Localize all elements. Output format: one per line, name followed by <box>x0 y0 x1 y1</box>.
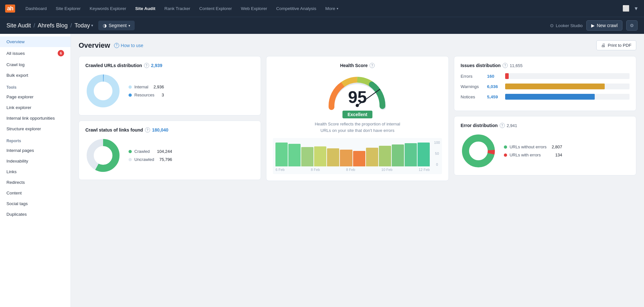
crawled-urls-info-icon[interactable]: ? <box>144 63 149 68</box>
health-bar-column <box>275 141 288 166</box>
looker-label: Looker Studio <box>556 23 582 28</box>
print-to-pdf-button[interactable]: 🖨 Print to PDF <box>596 40 636 50</box>
health-gauge: 95 <box>325 73 389 109</box>
new-crawl-button[interactable]: ▶ New crawl <box>586 20 622 31</box>
sidebar-duplicates-label: Duplicates <box>6 212 27 217</box>
error-dist-info-icon[interactable]: ? <box>500 123 505 128</box>
sidebar-item-page-explorer[interactable]: Page explorer <box>0 92 71 102</box>
sidebar-item-redirects[interactable]: Redirects <box>0 177 71 188</box>
logo[interactable]: ah <box>5 5 15 13</box>
issues-distribution-card: Issues distribution ? 11,655 Errors 160 <box>454 56 636 111</box>
sidebar-item-content[interactable]: Content <box>0 188 71 198</box>
sidebar-all-issues-label: All issues <box>6 51 25 56</box>
no-errors-value: 2,807 <box>552 144 562 149</box>
nav-content-explorer[interactable]: Content Explorer <box>195 4 235 13</box>
looker-icon: ⊙ <box>550 23 554 28</box>
issues-warnings-bar-wrap <box>505 84 630 89</box>
content-header: Overview ? How to use 🖨 Print to PDF <box>79 40 636 50</box>
nav-competitive-analysis[interactable]: Competitive Analysis <box>272 4 320 13</box>
health-score-info-icon[interactable]: ? <box>370 63 375 68</box>
health-bar-chart-area: 6 Feb 8 Feb 8 Feb 10 Feb 12 Feb 100 50 0 <box>273 138 442 174</box>
legend-resources: Resources 3 <box>129 93 164 97</box>
health-bar-column <box>353 141 365 166</box>
sidebar-item-crawl-log[interactable]: Crawl log <box>0 59 71 70</box>
sidebar-item-link-explorer[interactable]: Link explorer <box>0 102 71 113</box>
issues-notices-bar <box>505 94 595 100</box>
nav-site-explorer[interactable]: Site Explorer <box>52 4 84 13</box>
crawled-urls-donut <box>85 73 121 109</box>
health-bar <box>327 148 339 166</box>
nav-keywords-explorer[interactable]: Keywords Explorer <box>86 4 130 13</box>
sidebar-item-structure-explorer[interactable]: Structure explorer <box>0 124 71 134</box>
error-dist-donut <box>461 133 496 169</box>
sidebar-tools-title: Tools <box>0 81 71 92</box>
legend-with-errors: URLs with errors 134 <box>504 153 562 157</box>
sidebar-item-duplicates[interactable]: Duplicates <box>0 209 71 220</box>
health-bar <box>418 143 430 166</box>
sidebar-reports-title: Reports <box>0 134 71 145</box>
sidebar-item-bulk-export[interactable]: Bulk export <box>0 70 71 81</box>
error-dist-legend: URLs without errors 2,807 URLs with erro… <box>504 144 562 157</box>
breadcrumb-bar: Site Audit / Ahrefs Blog / Today ◑ Segme… <box>0 17 644 34</box>
top-navigation: ah Dashboard Site Explorer Keywords Expl… <box>0 0 644 17</box>
health-badge: Excellent <box>273 109 442 121</box>
how-to-use-link[interactable]: ? How to use <box>114 43 143 48</box>
issues-warnings-value: 6,036 <box>487 84 501 89</box>
internal-value: 2,936 <box>153 84 164 89</box>
error-dist-title-text: Error distribution <box>461 123 498 128</box>
health-badge-text: Excellent <box>342 111 372 118</box>
legend-internal: Internal 2,936 <box>129 84 164 89</box>
issues-errors-bar <box>505 73 509 79</box>
sidebar-item-internal-pages[interactable]: Internal pages <box>0 145 71 156</box>
with-errors-dot <box>504 154 507 157</box>
issues-notices-bar-wrap <box>505 94 630 100</box>
monitor-icon[interactable]: ⬜ <box>621 4 631 13</box>
error-distribution-card: Error distribution ? 2,941 <box>454 116 636 175</box>
breadcrumb-blog[interactable]: Ahrefs Blog <box>38 22 68 29</box>
crawled-urls-title-text: Crawled URLs distribution <box>85 63 142 68</box>
sidebar-item-social-tags[interactable]: Social tags <box>0 198 71 209</box>
crawl-status-title: Crawl status of links found ? 180,040 <box>85 127 254 133</box>
error-dist-title: Error distribution ? 2,941 <box>461 123 630 128</box>
nav-web-explorer[interactable]: Web Explorer <box>237 4 271 13</box>
crawled-urls-legend: Internal 2,936 Resources 3 <box>129 84 164 97</box>
health-score-title: Health Score ? <box>273 63 442 68</box>
sidebar-internal-link-opp-label: Internal link opportunities <box>6 116 55 121</box>
sidebar-crawl-log-label: Crawl log <box>6 62 24 67</box>
nav-dashboard[interactable]: Dashboard <box>22 4 51 13</box>
sidebar-item-links[interactable]: Links <box>0 166 71 177</box>
issues-dist-info-icon[interactable]: ? <box>503 63 508 68</box>
settings-button[interactable]: ⚙ <box>626 20 638 31</box>
crawled-urls-card: Crawled URLs distribution ? 2,939 Int <box>79 56 261 115</box>
crawl-status-info-icon[interactable]: ? <box>145 127 150 133</box>
breadcrumb-site-audit[interactable]: Site Audit <box>6 22 31 29</box>
sidebar-item-internal-link-opp[interactable]: Internal link opportunities <box>0 113 71 124</box>
sidebar-indexability-label: Indexability <box>6 159 28 163</box>
segment-label: Segment <box>109 23 127 28</box>
crawl-status-card: Crawl status of links found ? 180,040 <box>79 121 261 180</box>
health-score-number: 95 <box>348 89 367 105</box>
resources-label: Resources <box>134 93 157 97</box>
breadcrumb-today[interactable]: Today <box>74 22 93 29</box>
health-score-desc: Health Score reflects the proportion of … <box>309 121 406 134</box>
segment-button[interactable]: ◑ Segment <box>98 21 135 30</box>
logo-icon: ah <box>5 5 15 13</box>
sidebar-internal-pages-label: Internal pages <box>6 148 34 153</box>
looker-studio-button[interactable]: ⊙ Looker Studio <box>550 23 582 28</box>
all-issues-badge: 6 <box>58 50 64 56</box>
chevron-down-icon[interactable]: ▾ <box>633 4 639 13</box>
issues-errors-label: Errors <box>461 74 483 79</box>
sidebar-item-all-issues[interactable]: All issues 6 <box>0 47 71 59</box>
with-errors-label: URLs with errors <box>510 153 550 157</box>
internal-dot <box>129 85 132 89</box>
sidebar-overview-label: Overview <box>6 39 24 44</box>
error-dist-donut-container: URLs without errors 2,807 URLs with erro… <box>461 133 630 169</box>
sidebar-item-overview[interactable]: Overview <box>0 36 71 47</box>
health-bar-column <box>366 141 378 166</box>
sidebar-item-indexability[interactable]: Indexability <box>0 156 71 166</box>
nav-rank-tracker[interactable]: Rank Tracker <box>160 4 194 13</box>
print-btn-label: Print to PDF <box>608 43 631 48</box>
nav-more[interactable]: More <box>322 4 342 13</box>
crawl-status-total: 180,040 <box>152 127 168 133</box>
nav-site-audit[interactable]: Site Audit <box>131 4 159 13</box>
